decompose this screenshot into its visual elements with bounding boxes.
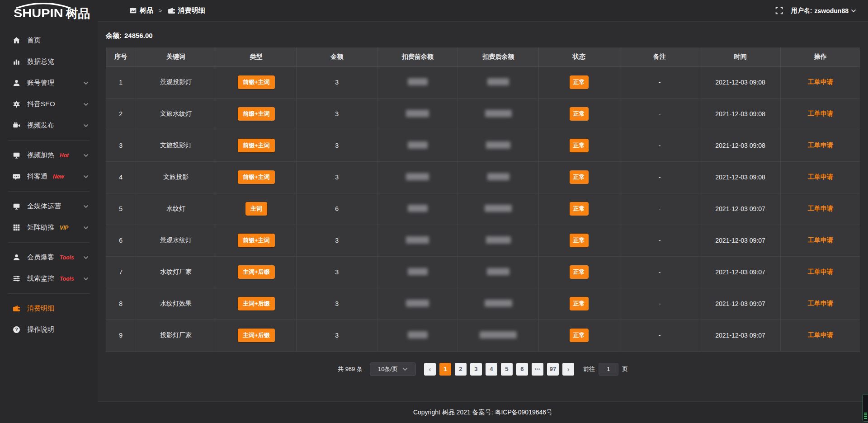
sidebar-item[interactable]: 线索监控Tools — [0, 268, 98, 289]
sliders-icon — [12, 275, 21, 282]
sidebar-item[interactable]: 矩阵助推VIP — [0, 217, 98, 238]
cell-status: 正常 — [538, 193, 619, 225]
sidebar-item-label: 矩阵助推 — [27, 223, 54, 232]
cell-balance-after — [458, 320, 538, 351]
sidebar-item[interactable]: 抖客通New — [0, 166, 98, 187]
cell-balance-before — [377, 193, 458, 225]
cell-index: 4 — [106, 161, 136, 193]
page-button[interactable]: 2 — [455, 363, 467, 376]
sidebar-item[interactable]: 视频发布 — [0, 115, 98, 136]
goto-suffix: 页 — [622, 365, 628, 373]
more-pages-button[interactable]: ••• — [532, 363, 543, 376]
sidebar-item-label: 消费明细 — [27, 304, 54, 313]
cell-keyword: 水纹灯厂家 — [136, 256, 216, 288]
page-button[interactable]: 3 — [470, 363, 482, 376]
sidebar-item[interactable]: 数据总览 — [0, 51, 98, 72]
blurred-balance-before — [408, 141, 428, 149]
sidebar-item[interactable]: 视频加热Hot — [0, 145, 98, 166]
work-order-link[interactable]: 工单申请 — [808, 331, 833, 338]
sidebar-item[interactable]: ?操作说明 — [0, 319, 98, 340]
column-header: 操作 — [781, 47, 860, 66]
page-button[interactable]: 5 — [501, 363, 513, 376]
blurred-balance-before — [406, 110, 429, 117]
page-button[interactable]: 1 — [439, 363, 451, 376]
page-size-select[interactable]: 10条/页 — [370, 362, 416, 376]
breadcrumb-item-current[interactable]: 消费明细 — [168, 6, 205, 15]
column-header: 备注 — [619, 47, 700, 66]
goto-page-input[interactable] — [599, 363, 618, 376]
column-header: 扣费后余额 — [458, 47, 538, 66]
page-button[interactable]: 6 — [516, 363, 528, 376]
sidebar-item-label: 抖音SEO — [27, 100, 55, 108]
app-root: SHUPIN树品 首页数据总览账号管理抖音SEO视频发布视频加热Hot抖客通Ne… — [0, 0, 868, 423]
cell-time: 2021-12-03 09:07 — [700, 320, 780, 351]
page-button[interactable]: 97 — [547, 363, 559, 376]
cell-amount: 6 — [297, 193, 377, 225]
cell-balance-after — [458, 256, 538, 288]
grid-icon — [12, 224, 21, 231]
sidebar-item[interactable]: 首页 — [0, 30, 98, 51]
table-row: 3文旅投影灯前缀+主词3正常-2021-12-03 09:08工单申请 — [106, 130, 860, 161]
sidebar-item[interactable]: 消费明细 — [0, 298, 98, 319]
cell-keyword: 水纹灯 — [136, 193, 216, 225]
breadcrumb-item-home[interactable]: 树品 — [129, 6, 153, 15]
work-order-link[interactable]: 工单申请 — [808, 205, 833, 212]
cell-keyword: 景观水纹灯 — [136, 225, 216, 256]
cell-status: 正常 — [538, 161, 619, 193]
fullscreen-icon[interactable] — [775, 7, 783, 14]
next-page-button[interactable]: › — [562, 363, 574, 376]
cell-index: 2 — [106, 98, 136, 130]
balance-line: 余额:24856.00 — [106, 32, 860, 40]
cell-index: 8 — [106, 288, 136, 320]
work-order-link[interactable]: 工单申请 — [808, 78, 833, 85]
user-dropdown[interactable]: 用户名: zswodun88 — [791, 7, 856, 15]
consumption-table: 序号关键词类型金额扣费前余额扣费后余额状态备注时间操作 1景观投影灯前缀+主词3… — [106, 47, 860, 352]
breadcrumb-label: 树品 — [140, 6, 153, 15]
cell-balance-before — [377, 288, 458, 320]
page-button[interactable]: 4 — [486, 363, 497, 376]
sidebar-item-badge: Tools — [60, 276, 74, 282]
table-row: 4文旅投影前缀+主词3正常-2021-12-03 09:08工单申请 — [106, 161, 860, 193]
cell-action: 工单申请 — [781, 320, 860, 351]
cell-type: 主词+后缀 — [216, 320, 297, 351]
sidebar-item[interactable]: 账号管理 — [0, 72, 98, 94]
work-order-link[interactable]: 工单申请 — [808, 173, 833, 180]
monitor-icon — [12, 152, 21, 159]
floating-widget[interactable] — [862, 394, 868, 422]
sidebar-item[interactable]: 全媒体运营 — [0, 196, 98, 217]
type-badge: 主词+后缀 — [238, 329, 275, 342]
sidebar-item[interactable]: 会员爆客Tools — [0, 247, 98, 268]
table-row: 7水纹灯厂家主词+后缀3正常-2021-12-03 09:07工单申请 — [106, 256, 860, 288]
table-row: 9投影灯厂家主词+后缀3正常-2021-12-03 09:07工单申请 — [106, 320, 860, 351]
username-label: 用户名: — [791, 7, 812, 15]
work-order-link[interactable]: 工单申请 — [808, 300, 833, 307]
cell-index: 9 — [106, 320, 136, 351]
sidebar-divider — [8, 140, 90, 141]
status-badge: 正常 — [570, 107, 589, 121]
work-order-link[interactable]: 工单申请 — [808, 236, 833, 244]
cell-amount: 3 — [297, 320, 377, 351]
footer: Copyright 树品 2021 备案号: 粤ICP备09019646号 — [98, 401, 868, 423]
sidebar-item[interactable]: 抖音SEO — [0, 94, 98, 115]
cell-action: 工单申请 — [781, 256, 860, 288]
cell-status: 正常 — [538, 98, 619, 130]
blurred-balance-before — [408, 331, 428, 338]
sidebar-item-label: 会员爆客 — [27, 253, 54, 262]
cell-time: 2021-12-03 09:07 — [700, 288, 780, 320]
work-order-link[interactable]: 工单申请 — [808, 141, 833, 149]
blurred-balance-after — [480, 331, 517, 338]
work-order-link[interactable]: 工单申请 — [808, 268, 833, 275]
status-badge: 正常 — [570, 329, 589, 342]
blurred-balance-after — [486, 141, 510, 149]
page-size-value: 10条/页 — [378, 365, 398, 373]
cell-action: 工单申请 — [781, 98, 860, 130]
username-value: zswodun88 — [815, 7, 849, 14]
page-buttons: 123456•••97 — [439, 363, 559, 376]
cell-time: 2021-12-03 09:08 — [700, 130, 780, 161]
wallet-icon — [168, 7, 175, 14]
work-order-link[interactable]: 工单申请 — [808, 110, 833, 117]
blurred-balance-after — [486, 236, 511, 244]
cell-balance-before — [377, 130, 458, 161]
prev-page-button[interactable]: ‹ — [424, 363, 436, 376]
table-row: 2文旅水纹灯前缀+主词3正常-2021-12-03 09:08工单申请 — [106, 98, 860, 130]
